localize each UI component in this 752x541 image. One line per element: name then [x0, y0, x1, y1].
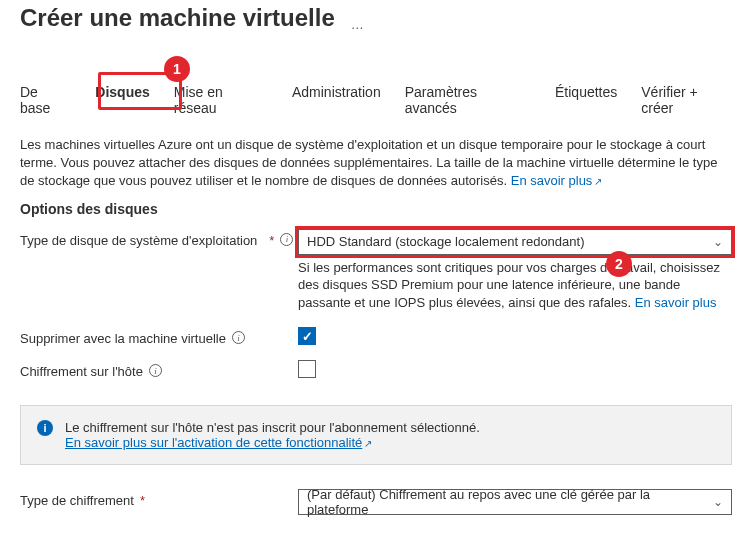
os-disk-learn-more-link[interactable]: En savoir plus [635, 295, 717, 310]
annotation-badge-2: 2 [606, 251, 632, 277]
annotation-badge-1: 1 [164, 56, 190, 82]
os-disk-type-value: HDD Standard (stockage localement redond… [307, 234, 584, 249]
intro-text: Les machines virtuelles Azure ont un dis… [20, 136, 732, 191]
os-disk-type-label: Type de disque de système d'exploitation [20, 233, 257, 248]
encrypt-host-label: Chiffrement sur l'hôte [20, 364, 143, 379]
field-encrypt-type: Type de chiffrement * (Par défaut) Chiff… [20, 489, 732, 515]
tab-review[interactable]: Vérifier + créer [641, 78, 732, 122]
chevron-down-icon: ⌄ [713, 235, 723, 249]
delete-with-vm-checkbox[interactable]: ✓ [298, 327, 316, 345]
encrypt-type-label: Type de chiffrement [20, 493, 134, 508]
delete-with-vm-label: Supprimer avec la machine virtuelle [20, 331, 226, 346]
tab-network[interactable]: Mise en réseau [174, 78, 268, 122]
tab-base[interactable]: De base [20, 78, 71, 122]
encrypt-type-value: (Par défaut) Chiffrement au repos avec u… [307, 487, 713, 517]
os-disk-type-helper: Si les performances sont critiques pour … [298, 259, 732, 312]
tab-tags[interactable]: Étiquettes [555, 78, 617, 122]
encrypt-host-checkbox[interactable] [298, 360, 316, 378]
info-icon[interactable]: i [149, 364, 162, 377]
more-menu-icon[interactable]: … [351, 17, 364, 32]
chevron-down-icon: ⌄ [713, 495, 723, 509]
required-marker: * [269, 233, 274, 248]
external-link-icon: ↗ [594, 176, 602, 187]
field-encrypt-host: Chiffrement sur l'hôte i [20, 360, 732, 381]
os-disk-type-select[interactable]: HDD Standard (stockage localement redond… [298, 229, 732, 255]
tab-admin[interactable]: Administration [292, 78, 381, 122]
tab-advanced[interactable]: Paramètres avancés [405, 78, 531, 122]
info-circle-icon: i [37, 420, 53, 436]
callout-learn-more-link[interactable]: En savoir plus sur l'activation de cette… [65, 435, 362, 450]
intro-learn-more-link[interactable]: En savoir plus [511, 173, 593, 188]
field-os-disk-type: Type de disque de système d'exploitation… [20, 229, 732, 312]
external-link-icon: ↗ [364, 438, 372, 449]
page-title: Créer une machine virtuelle [20, 4, 335, 32]
intro-body: Les machines virtuelles Azure ont un dis… [20, 137, 717, 188]
encryption-info-callout: i Le chiffrement sur l'hôte n'est pas in… [20, 405, 732, 465]
field-delete-with-vm: Supprimer avec la machine virtuelle i ✓ [20, 327, 732, 346]
tab-bar: De base Disques Mise en réseau Administr… [20, 78, 732, 122]
info-icon[interactable]: i [280, 233, 293, 246]
info-icon[interactable]: i [232, 331, 245, 344]
section-disk-options-title: Options des disques [20, 201, 732, 217]
callout-text: Le chiffrement sur l'hôte n'est pas insc… [65, 420, 480, 435]
encrypt-type-select[interactable]: (Par défaut) Chiffrement au repos avec u… [298, 489, 732, 515]
required-marker: * [140, 493, 145, 508]
